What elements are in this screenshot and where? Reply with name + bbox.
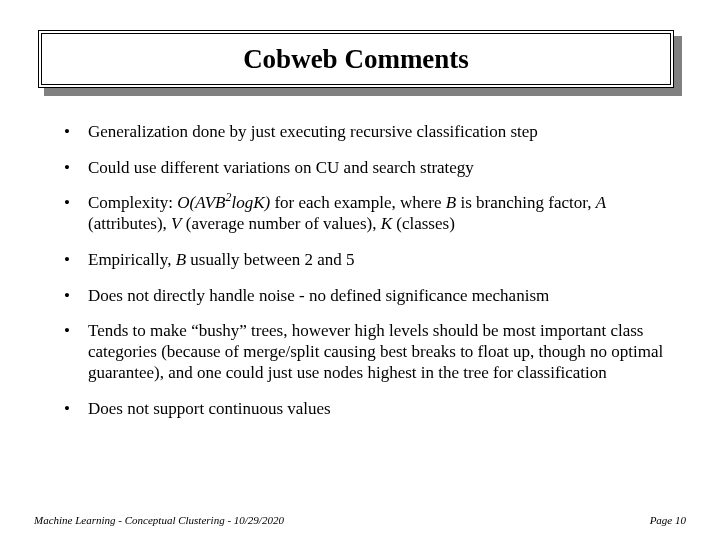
bullet-text: Tends to make “bushy” trees, however hig… [88,321,663,381]
bullet-text: Does not support continuous values [88,399,331,418]
bullet-text: Could use different variations on CU and… [88,158,474,177]
footer-left: Machine Learning - Conceptual Clustering… [34,514,284,526]
slide: Cobweb Comments Generalization done by j… [0,0,720,540]
content-area: Generalization done by just executing re… [64,122,664,434]
slide-title: Cobweb Comments [243,44,469,75]
bullet-item: Does not support continuous values [64,399,664,420]
complexity-expr: O(AVB2logK) [177,193,270,212]
bullet-item: Does not directly handle noise - no defi… [64,286,664,307]
bullet-item: Empirically, B usually between 2 and 5 [64,250,664,271]
bullet-text: Does not directly handle noise - no defi… [88,286,549,305]
bullet-item: Complexity: O(AVB2logK) for each example… [64,193,664,234]
footer-right: Page 10 [650,514,686,526]
title-container: Cobweb Comments [38,30,682,94]
bullet-list: Generalization done by just executing re… [64,122,664,419]
title-box: Cobweb Comments [38,30,674,88]
bullet-item: Tends to make “bushy” trees, however hig… [64,321,664,383]
bullet-text: Generalization done by just executing re… [88,122,538,141]
bullet-item: Generalization done by just executing re… [64,122,664,143]
bullet-item: Could use different variations on CU and… [64,158,664,179]
bullet-text: Complexity: [88,193,177,212]
footer: Machine Learning - Conceptual Clustering… [34,514,686,526]
